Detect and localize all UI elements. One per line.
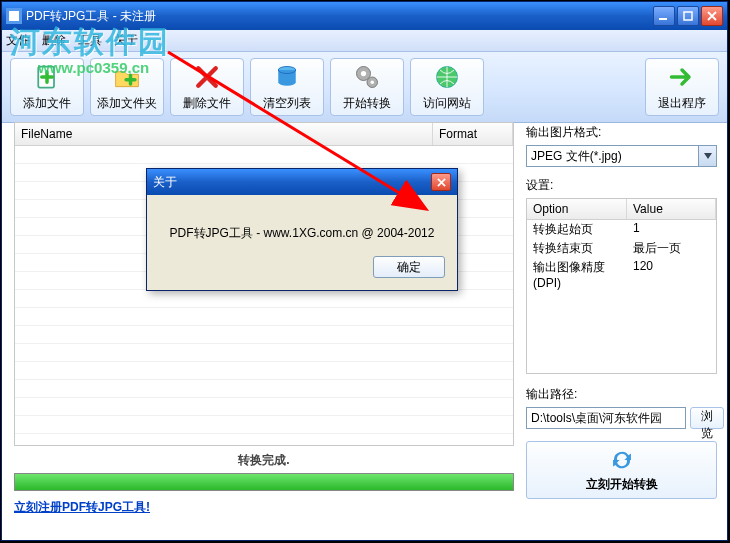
col-format[interactable]: Format [433,123,513,145]
dialog-titlebar[interactable]: 关于 [147,169,457,195]
clear-icon [273,63,301,91]
menu-bar: 文件 删除 工具 关于 [2,30,727,52]
menu-delete[interactable]: 删除 [42,32,66,49]
add-file-icon [33,63,61,91]
start-convert-button[interactable]: 开始转换 [330,58,404,116]
exit-icon [668,63,696,91]
clear-list-button[interactable]: 清空列表 [250,58,324,116]
toolbar: 添加文件 添加文件夹 删除文件 清空列表 开始转换 访问网站 退出程序 [2,52,727,123]
start-now-button[interactable]: 立刻开始转换 [526,441,717,499]
visit-site-button[interactable]: 访问网站 [410,58,484,116]
menu-about[interactable]: 关于 [114,32,138,49]
exit-button[interactable]: 退出程序 [645,58,719,116]
svg-rect-2 [684,12,692,20]
progress-bar [14,473,514,491]
browse-button[interactable]: 浏览 [690,407,724,429]
dialog-title: 关于 [153,174,431,191]
add-folder-icon [113,63,141,91]
table-row: 转换结束页最后一页 [527,239,716,258]
globe-icon [433,63,461,91]
status-text: 转换完成. [14,446,514,473]
outpath-input[interactable] [526,407,686,429]
table-row: 输出图像精度(DPI)120 [527,258,716,291]
close-button[interactable] [701,6,723,26]
minimize-button[interactable] [653,6,675,26]
file-list-header: FileName Format [15,123,513,146]
menu-tools[interactable]: 工具 [78,32,102,49]
col-option[interactable]: Option [527,199,627,219]
table-row: 转换起始页1 [527,220,716,239]
format-combo[interactable]: JPEG 文件(*.jpg) [526,145,717,167]
chevron-down-icon [698,146,716,166]
delete-icon [193,63,221,91]
dialog-close-button[interactable] [431,173,451,191]
col-filename[interactable]: FileName [15,123,433,145]
maximize-button[interactable] [677,6,699,26]
format-label: 输出图片格式: [526,124,717,141]
settings-label: 设置: [526,177,717,194]
svg-rect-1 [659,18,667,20]
col-value[interactable]: Value [627,199,716,219]
menu-file[interactable]: 文件 [6,32,30,49]
outpath-label: 输出路径: [526,386,717,403]
delete-file-button[interactable]: 删除文件 [170,58,244,116]
svg-point-7 [361,70,366,75]
refresh-icon [609,447,635,473]
add-folder-button[interactable]: 添加文件夹 [90,58,164,116]
window-title: PDF转JPG工具 - 未注册 [26,8,653,25]
settings-table[interactable]: Option Value 转换起始页1 转换结束页最后一页 输出图像精度(DPI… [526,198,717,374]
app-icon [6,8,22,24]
svg-point-9 [371,80,375,84]
register-link[interactable]: 立刻注册PDF转JPG工具! [14,500,150,514]
about-dialog: 关于 PDF转JPG工具 - www.1XG.com.cn @ 2004-201… [146,168,458,291]
add-file-button[interactable]: 添加文件 [10,58,84,116]
dialog-body: PDF转JPG工具 - www.1XG.com.cn @ 2004-2012 [147,195,457,256]
ok-button[interactable]: 确定 [373,256,445,278]
title-bar[interactable]: PDF转JPG工具 - 未注册 [2,2,727,30]
gear-icon [353,63,381,91]
